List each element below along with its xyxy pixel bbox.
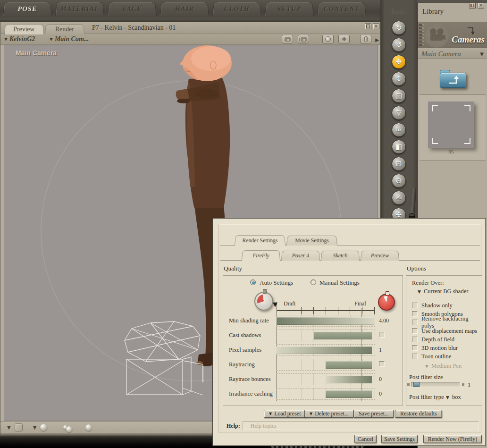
preview-style-sphere-icon[interactable]	[40, 424, 47, 431]
dialog-tabstrip: Render Settings Movie Settings	[220, 235, 480, 245]
library-close-button[interactable]: ✕	[478, 2, 484, 8]
option-checkbox[interactable]	[412, 354, 418, 359]
library-folder-dropdown[interactable]: Main Camera ▼	[418, 49, 487, 59]
app-tab-content[interactable]: CONTENT	[317, 2, 366, 16]
dialog-action-button-render-now-firefly[interactable]: Render Now (Firefly)	[423, 435, 482, 443]
dialog-action-button-cancel[interactable]: Cancel	[354, 435, 377, 443]
document-style-button[interactable]	[15, 423, 23, 431]
preset-button-load-preset[interactable]: ▼ Load preset	[264, 410, 306, 418]
flyaround-camera-button[interactable]	[282, 35, 293, 43]
up-folder-button[interactable]	[440, 70, 466, 88]
library-item-thumbnail[interactable]	[428, 101, 474, 148]
expand-window-button[interactable]	[365, 23, 371, 29]
engine-tab-sketch[interactable]: Sketch	[321, 251, 360, 261]
tool-icon: ✣	[396, 211, 402, 219]
engine-tab-firefly[interactable]: FireFly	[242, 250, 280, 261]
close-window-button[interactable]: ✕	[373, 23, 379, 29]
quality-row-pixel-samples: Pixel samples 1	[223, 343, 403, 357]
actor-camera-bar: ▼ KelvinG2 ▼ Main Cam... ✚ ▶	[0, 34, 382, 45]
library-dock-button[interactable]	[469, 2, 476, 8]
app-tab-hair[interactable]: HAIR	[160, 2, 209, 16]
render-over-dropdown[interactable]: ▼ Current BG shader	[418, 288, 468, 295]
close-icon: ✕	[479, 3, 483, 8]
preset-button-delete-preset[interactable]: ▼ Delete preset...	[304, 410, 354, 418]
tool-icon: ↕	[396, 76, 402, 83]
expand-icon	[366, 25, 370, 28]
library-item-label: 05	[428, 149, 474, 154]
preset-button-restore-defaults[interactable]: ▼ Restore defaults	[395, 410, 442, 418]
tool-button-taper[interactable]: ▽	[392, 106, 406, 120]
app-tab-material[interactable]: MATERIAL	[55, 2, 104, 16]
option-row-use-displacement-maps[interactable]: Use displacement maps	[406, 327, 482, 335]
tool-button-view-magnifier[interactable]: ⊙	[392, 174, 406, 188]
trackball-button[interactable]	[322, 35, 334, 43]
tool-button-grouping[interactable]: ⊡	[392, 157, 406, 171]
view-tab-preview[interactable]: Preview	[4, 24, 44, 34]
tool-icon: ▽	[396, 110, 402, 117]
toon-pen-dropdown[interactable]: ▼ Medium Pen	[425, 363, 462, 370]
option-row-depth-of-field[interactable]: Depth of field	[406, 335, 482, 344]
render-over-label: Render Over:	[412, 279, 444, 287]
option-checkbox[interactable]	[412, 328, 418, 334]
library-category-banner[interactable]: Cameras	[418, 22, 487, 48]
app-tab-setup[interactable]: SETUP	[265, 2, 314, 16]
caret-down-icon[interactable]: ▼	[33, 425, 37, 430]
tool-button-scale[interactable]: ▢	[392, 89, 406, 103]
help-topics-field[interactable]	[243, 421, 479, 430]
dialog-tab-render-settings[interactable]: Render Settings	[235, 235, 285, 245]
option-checkbox[interactable]	[412, 337, 418, 342]
engine-tab-preview[interactable]: Preview	[361, 251, 399, 261]
dialog-action-button-save-settings[interactable]: Save Settings	[381, 435, 418, 443]
tool-button-translate-pull[interactable]: ✥	[392, 55, 406, 69]
app-tabs: POSE MATERIAL FACE HAIR CLOTH SETUP CONT…	[3, 1, 369, 16]
option-checkbox[interactable]	[412, 320, 418, 325]
select-camera-button[interactable]	[298, 35, 309, 43]
tool-button-translate-in-out[interactable]: ↕	[392, 72, 406, 86]
style-sphere-medium-icon[interactable]	[66, 426, 72, 432]
option-checkbox[interactable]	[412, 303, 418, 308]
wireframe-prop	[125, 321, 203, 395]
quality-row-label: Raytrace bounces	[229, 376, 271, 383]
option-row-remove-backfacing-polys[interactable]: Remove backfacing polys	[406, 318, 482, 327]
quality-row-checkbox[interactable]	[379, 361, 385, 367]
option-checkbox[interactable]	[412, 311, 418, 317]
view-tab-render[interactable]: Render	[45, 24, 84, 34]
camera-dashed-icon	[301, 37, 307, 42]
quality-row-cast-shadows: Cast shadows	[223, 328, 403, 343]
option-row-shadow-only[interactable]: Shadow only	[406, 301, 482, 310]
move-camera-button[interactable]: ✚	[338, 35, 350, 43]
tool-icon: ↻	[396, 25, 402, 32]
more-controls-arrow[interactable]: ▶	[375, 37, 379, 42]
caret-down-icon[interactable]: ▼	[7, 425, 11, 430]
draft-label: Draft	[284, 300, 295, 307]
tool-button-color[interactable]: ◧	[392, 140, 406, 154]
post-filter-size-handle[interactable]	[413, 382, 420, 387]
style-sphere-icon[interactable]	[85, 424, 92, 431]
app-tab-pose[interactable]: POSE	[3, 2, 52, 16]
camera-plane-button[interactable]	[360, 35, 371, 43]
app-tab-cloth[interactable]: CLOTH	[212, 2, 261, 16]
option-row-3d-motion-blur[interactable]: 3D motion blur	[406, 344, 482, 352]
tool-button-morphing-tool[interactable]: ✍	[392, 191, 406, 205]
caret-down-icon: ▼	[418, 289, 421, 294]
option-row-toon-outline[interactable]: Toon outline	[406, 352, 482, 361]
actor-dropdown[interactable]: ▼ KelvinG2	[4, 35, 35, 43]
manual-settings-radio[interactable]	[311, 279, 316, 285]
figure-head	[179, 45, 232, 81]
app-tab-face[interactable]: FACE	[108, 2, 157, 16]
quality-row-checkbox[interactable]	[379, 332, 385, 338]
preset-button-save-preset[interactable]: ▼ Save preset...	[353, 410, 394, 418]
dialog-tab-movie-settings[interactable]: Movie Settings	[286, 236, 337, 245]
options-checkbox-list: Shadow only Smooth polygons Remove backf…	[406, 301, 482, 361]
camera-dropdown[interactable]: ▼ Main Cam...	[50, 35, 89, 43]
tool-button-rotate[interactable]: ↻	[392, 21, 406, 35]
quality-bar	[326, 361, 372, 369]
tool-button-twist[interactable]: ↺	[392, 38, 406, 52]
option-checkbox[interactable]	[412, 345, 418, 351]
post-filter-size-slider[interactable]	[411, 382, 460, 387]
post-filter-type-dropdown[interactable]: ▼ box	[446, 394, 461, 401]
engine-tab-poser-4[interactable]: Poser 4	[281, 251, 320, 261]
panes-icon	[470, 4, 474, 7]
auto-settings-radio[interactable]	[250, 279, 256, 285]
tool-button-chain-break[interactable]: ∞	[392, 123, 406, 137]
